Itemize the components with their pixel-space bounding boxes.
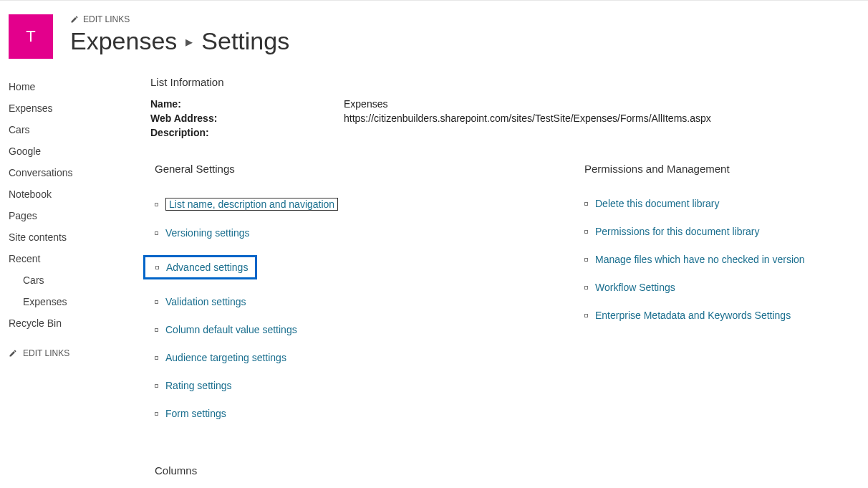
link-audience-targeting[interactable]: Audience targeting settings [165, 352, 286, 363]
site-tile-letter: T [26, 27, 35, 46]
general-settings-col: General Settings List name, description … [150, 163, 580, 436]
highlighted-advanced-settings: Advanced settings [143, 255, 257, 279]
web-address-value[interactable]: https://citizenbuilders.sharepoint.com/s… [344, 113, 711, 124]
nav-expenses[interactable]: Expenses [9, 97, 139, 119]
pencil-icon [9, 349, 17, 358]
bullet-icon [584, 230, 588, 234]
edit-links-label: EDIT LINKS [83, 14, 130, 24]
breadcrumb-parent[interactable]: Expenses [70, 27, 177, 55]
nav-google[interactable]: Google [9, 140, 139, 162]
general-settings-title: General Settings [150, 163, 580, 175]
left-nav: Home Expenses Cars Google Conversations … [7, 76, 150, 488]
link-form-settings[interactable]: Form settings [165, 408, 226, 419]
nav-conversations[interactable]: Conversations [9, 162, 139, 183]
nav-recent-expenses[interactable]: Expenses [23, 291, 139, 312]
nav-cars[interactable]: Cars [9, 119, 139, 140]
link-workflow-settings[interactable]: Workflow Settings [595, 282, 675, 293]
permissions-col: Permissions and Management Delete this d… [580, 163, 857, 436]
name-label: Name: [150, 98, 344, 110]
columns-title: Columns [155, 464, 857, 477]
columns-section: Columns A column stores information abou… [150, 464, 857, 488]
nav-recent-header: Recent [9, 248, 139, 269]
list-info-title: List Information [150, 76, 857, 88]
link-permissions-library[interactable]: Permissions for this document library [595, 226, 760, 237]
description-label: Description: [150, 127, 344, 138]
pencil-icon [70, 15, 79, 24]
breadcrumb-current: Settings [201, 27, 289, 55]
bullet-icon [155, 231, 158, 235]
nav-recycle-bin[interactable]: Recycle Bin [9, 312, 139, 334]
chevron-right-icon: ▸ [185, 33, 193, 50]
bullet-icon [155, 356, 158, 360]
name-value: Expenses [344, 98, 387, 110]
bullet-icon [155, 203, 158, 206]
bullet-icon [584, 286, 588, 290]
edit-links-side-label: EDIT LINKS [23, 348, 69, 358]
site-tile[interactable]: T [9, 14, 53, 59]
main-content: List Information Name: Expenses Web Addr… [150, 76, 868, 488]
link-manage-unchecked-files[interactable]: Manage files which have no checked in ve… [595, 254, 805, 265]
link-list-name-desc-nav[interactable]: List name, description and navigation [169, 198, 334, 210]
bullet-icon [584, 202, 588, 206]
link-column-default-value[interactable]: Column default value settings [165, 324, 297, 335]
link-versioning-settings[interactable]: Versioning settings [165, 227, 250, 239]
edit-links-top[interactable]: EDIT LINKS [70, 14, 289, 24]
nav-site-contents[interactable]: Site contents [9, 226, 139, 248]
link-enterprise-metadata[interactable]: Enterprise Metadata and Keywords Setting… [595, 310, 791, 321]
permissions-title: Permissions and Management [580, 163, 857, 175]
link-rating-settings[interactable]: Rating settings [165, 380, 232, 391]
breadcrumb: Expenses ▸ Settings [70, 27, 289, 55]
link-delete-library[interactable]: Delete this document library [595, 198, 720, 209]
bullet-icon [155, 412, 158, 416]
page-header: T EDIT LINKS Expenses ▸ Settings [0, 1, 868, 59]
link-validation-settings[interactable]: Validation settings [165, 296, 246, 307]
bullet-icon [155, 328, 158, 332]
nav-notebook[interactable]: Notebook [9, 183, 139, 205]
web-address-label: Web Address: [150, 113, 344, 124]
bullet-icon [584, 314, 588, 317]
bullet-icon [155, 266, 159, 269]
bullet-icon [155, 300, 158, 304]
edit-links-side[interactable]: EDIT LINKS [9, 334, 139, 358]
nav-pages[interactable]: Pages [9, 205, 139, 226]
nav-home[interactable]: Home [9, 76, 139, 97]
nav-recent-cars[interactable]: Cars [23, 269, 139, 291]
link-advanced-settings[interactable]: Advanced settings [166, 262, 248, 273]
bullet-icon [155, 384, 158, 388]
bullet-icon [584, 258, 588, 262]
